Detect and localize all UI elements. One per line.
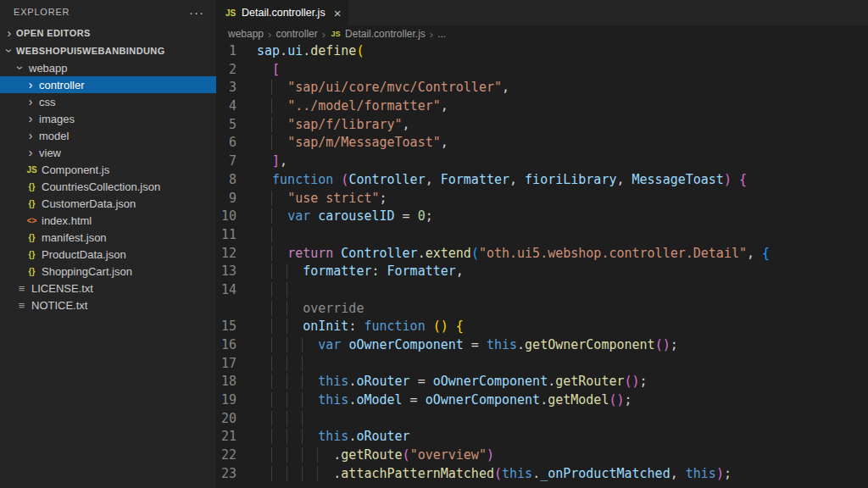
workspace-label: WEBSHOPUI5WEBANBINDUNG (16, 46, 165, 56)
chevron-down-icon: › (14, 61, 26, 75)
line-number: 18 (216, 373, 257, 391)
code-text: "sap/ui/core/mvc/Controller", (257, 79, 509, 97)
tree-file-NOTICE.txt[interactable]: ≡NOTICE.txt (0, 297, 216, 313)
tree-item-label: ShoppingCart.json (40, 265, 132, 278)
code-line-8[interactable]: 8 function (Controller, Formatter, fiori… (216, 171, 868, 190)
code-line-23[interactable]: 23 .attachPatternMatched(this._onProduct… (216, 465, 868, 484)
explorer-title: EXPLORER (14, 7, 70, 17)
line-number: 11 (216, 226, 257, 245)
code-line-3[interactable]: 3 "sap/ui/core/mvc/Controller", (216, 79, 868, 97)
code-text: "sap/f/library", (257, 116, 410, 135)
code-line-6[interactable]: 6 "sap/m/MessageToast", (216, 134, 868, 152)
line-number: 22 (216, 446, 257, 465)
code-line-21[interactable]: 21 this.oRouter (216, 428, 868, 446)
tree-file-ShoppingCart.json[interactable]: {}ShoppingCart.json (0, 263, 216, 280)
line-number: 2 (216, 61, 257, 80)
code-text: this.oRouter = oOwnerComponent.getRouter… (257, 373, 648, 391)
code-text (257, 410, 318, 429)
line-number: 4 (216, 97, 257, 116)
code-text: return Controller.extend("oth.ui5.websho… (257, 245, 770, 263)
tree-folder-view[interactable]: ›view (0, 144, 216, 161)
code-line-11[interactable]: 11 (216, 226, 868, 245)
breadcrumb-label: ... (437, 28, 446, 40)
code-editor[interactable]: 1sap.ui.define(2 [3 "sap/ui/core/mvc/Con… (216, 42, 868, 488)
line-number: 6 (216, 134, 257, 152)
tree-file-manifest.json[interactable]: {}manifest.json (0, 229, 216, 246)
tree-file-CountriesCollection.json[interactable]: {}CountriesCollection.json (0, 178, 216, 195)
tree-file-index.html[interactable]: <>index.html (0, 212, 216, 229)
breadcrumb-item-webapp[interactable]: webapp (228, 28, 264, 40)
breadcrumb-item-...[interactable]: ... (437, 28, 446, 40)
tree-folder-controller[interactable]: ›controller (0, 76, 216, 93)
code-line-16[interactable]: 16 var oOwnerComponent = this.getOwnerCo… (216, 336, 868, 355)
tree-file-LICENSE.txt[interactable]: ≡LICENSE.txt (0, 280, 216, 297)
breadcrumb-separator-icon: › (426, 28, 437, 41)
tab-detail-controller-js[interactable]: JS Detail.controller.js × (216, 0, 348, 25)
code-text: .attachPatternMatched(this._onProductMat… (257, 465, 732, 484)
breadcrumb-separator-icon: › (318, 28, 330, 41)
code-line-12[interactable]: 12 return Controller.extend("oth.ui5.web… (216, 245, 868, 263)
open-editors-section[interactable]: › OPEN EDITORS (0, 24, 216, 42)
tree-item-label: view (37, 147, 61, 159)
code-line-4[interactable]: 4 "../model/formatter", (216, 97, 868, 116)
json-file-icon: {} (24, 233, 40, 242)
code-line-17[interactable]: 17 (216, 355, 868, 374)
code-line-9[interactable]: 9 "use strict"; (216, 190, 868, 208)
chevron-right-icon: › (24, 113, 37, 125)
code-line-1[interactable]: 1sap.ui.define( (216, 42, 868, 61)
code-line-15[interactable]: 15 onInit: function () { (216, 318, 868, 336)
code-text (257, 355, 318, 374)
line-number: 8 (216, 171, 257, 190)
code-line-20[interactable]: 20 (216, 410, 868, 429)
code-hint-line[interactable]: override (216, 300, 868, 319)
tree-folder-css[interactable]: ›css (0, 93, 216, 110)
close-icon[interactable]: × (334, 7, 342, 19)
code-line-14[interactable]: 14 (216, 281, 868, 300)
tree-file-ProductData.json[interactable]: {}ProductData.json (0, 246, 216, 263)
line-number: 10 (216, 208, 257, 226)
sidebar-header: EXPLORER ··· (0, 0, 216, 24)
code-text: var oOwnerComponent = this.getOwnerCompo… (257, 336, 678, 355)
tree-folder-model[interactable]: ›model (0, 127, 216, 144)
breadcrumb-item-controller[interactable]: controller (275, 28, 317, 40)
editor-area: JS Detail.controller.js × webapp›control… (216, 0, 868, 488)
breadcrumb-item-Detail.controller.js[interactable]: JSDetail.controller.js (330, 28, 426, 40)
html-file-icon: <> (24, 216, 40, 225)
line-number: 21 (216, 428, 257, 446)
code-line-5[interactable]: 5 "sap/f/library", (216, 116, 868, 135)
code-line-22[interactable]: 22 .getRoute("overview") (216, 446, 868, 465)
code-line-19[interactable]: 19 this.oModel = oOwnerComponent.getMode… (216, 391, 868, 410)
tree-item-label: manifest.json (40, 231, 107, 244)
tree-file-CustomerData.json[interactable]: {}CustomerData.json (0, 195, 216, 212)
chevron-down-icon: › (3, 44, 15, 58)
code-line-13[interactable]: 13 formatter: Formatter, (216, 263, 868, 281)
line-number: 20 (216, 410, 257, 429)
js-file-icon: JS (330, 30, 342, 38)
code-text: this.oModel = oOwnerComponent.getModel()… (257, 391, 632, 410)
code-text (257, 226, 287, 245)
code-text: "use strict"; (257, 190, 387, 208)
line-number: 3 (216, 79, 257, 97)
tree-folder-images[interactable]: ›images (0, 110, 216, 127)
code-line-7[interactable]: 7 ], (216, 152, 868, 171)
line-number: 13 (216, 263, 257, 281)
code-text: function (Controller, Formatter, fioriLi… (257, 171, 747, 190)
breadcrumb-label: controller (275, 28, 317, 40)
tree-file-Component.js[interactable]: JSComponent.js (0, 161, 216, 178)
line-number: 1 (216, 42, 257, 61)
code-line-10[interactable]: 10 var carouselID = 0; (216, 208, 868, 226)
code-line-18[interactable]: 18 this.oRouter = oOwnerComponent.getRou… (216, 373, 868, 391)
workspace-section[interactable]: › WEBSHOPUI5WEBANBINDUNG (0, 42, 216, 59)
line-number: 15 (216, 318, 257, 336)
tree-folder-webapp[interactable]: ›webapp (0, 59, 216, 76)
chevron-right-icon: › (24, 96, 37, 108)
open-editors-label: OPEN EDITORS (16, 28, 91, 38)
txt-file-icon: ≡ (14, 282, 30, 295)
more-actions-icon[interactable]: ··· (189, 5, 204, 19)
breadcrumb-label: Detail.controller.js (345, 28, 426, 40)
code-line-2[interactable]: 2 [ (216, 61, 868, 80)
tree-item-label: CountriesCollection.json (40, 180, 160, 193)
line-number: 17 (216, 355, 257, 374)
tree-item-label: css (37, 96, 56, 108)
chevron-right-icon: › (24, 130, 37, 141)
